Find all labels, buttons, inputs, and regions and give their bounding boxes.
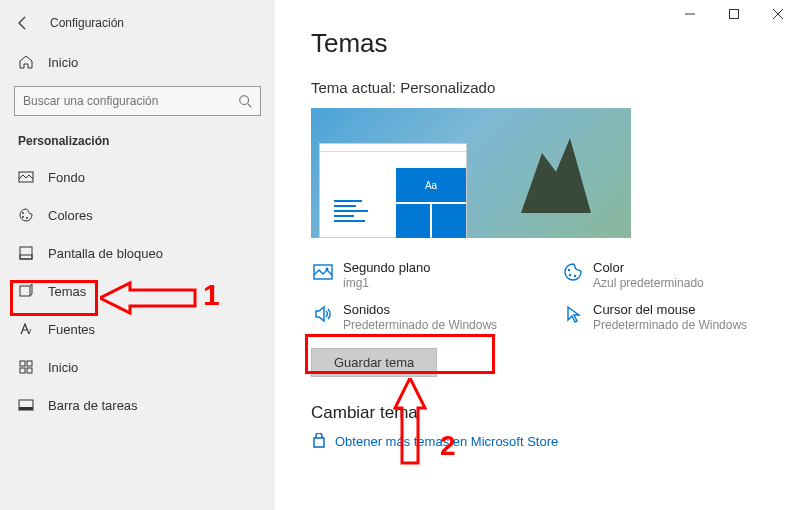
svg-rect-10 xyxy=(20,368,25,373)
search-icon xyxy=(238,94,252,108)
nav-label: Barra de tareas xyxy=(48,398,138,413)
window-controls xyxy=(668,0,800,28)
svg-point-16 xyxy=(326,268,329,271)
sidebar-item-bloqueo[interactable]: Pantalla de bloqueo xyxy=(0,234,275,272)
svg-rect-13 xyxy=(19,407,33,410)
theme-settings-grid: Segundo plano img1 Color Azul predetermi… xyxy=(311,258,771,334)
svg-rect-11 xyxy=(27,368,32,373)
section-title: Personalización xyxy=(0,130,275,158)
theme-item-label: Cursor del mouse xyxy=(593,302,747,317)
svg-point-2 xyxy=(22,212,24,214)
home-icon xyxy=(18,54,34,70)
svg-point-4 xyxy=(26,217,28,219)
home-link[interactable]: Inicio xyxy=(0,44,275,80)
taskbar-icon xyxy=(18,397,34,413)
save-theme-button[interactable]: Guardar tema xyxy=(311,348,437,377)
theme-background[interactable]: Segundo plano img1 xyxy=(311,258,521,292)
back-button[interactable] xyxy=(14,14,32,32)
theme-cursor[interactable]: Cursor del mouse Predeterminado de Windo… xyxy=(561,300,771,334)
home-label: Inicio xyxy=(48,55,78,70)
svg-point-19 xyxy=(574,275,576,277)
sidebar-item-inicio[interactable]: Inicio xyxy=(0,348,275,386)
svg-point-3 xyxy=(22,216,24,218)
sidebar-header: Configuración xyxy=(0,8,275,44)
svg-rect-9 xyxy=(27,361,32,366)
palette-icon xyxy=(18,207,34,223)
sidebar-item-barra[interactable]: Barra de tareas xyxy=(0,386,275,424)
svg-rect-5 xyxy=(20,247,32,259)
close-button[interactable] xyxy=(756,0,800,28)
main-content: Temas Tema actual: Personalizado Aa Segu… xyxy=(275,0,800,510)
nav-label: Colores xyxy=(48,208,93,223)
svg-point-17 xyxy=(568,269,570,271)
cursor-icon xyxy=(563,304,583,324)
change-theme-title: Cambiar tema xyxy=(311,403,764,423)
minimize-button[interactable] xyxy=(668,0,712,28)
page-title: Temas xyxy=(311,28,764,59)
theme-item-label: Sonidos xyxy=(343,302,497,317)
image-icon xyxy=(18,169,34,185)
start-icon xyxy=(18,359,34,375)
maximize-button[interactable] xyxy=(712,0,756,28)
theme-color[interactable]: Color Azul predeterminado xyxy=(561,258,771,292)
store-icon xyxy=(311,433,327,449)
nav-label: Pantalla de bloqueo xyxy=(48,246,163,261)
lockscreen-icon xyxy=(18,245,34,261)
sidebar: Configuración Inicio Personalización Fon… xyxy=(0,0,275,510)
current-theme-label: Tema actual: Personalizado xyxy=(311,79,764,96)
sidebar-item-temas[interactable]: Temas xyxy=(0,272,275,310)
svg-rect-14 xyxy=(730,10,739,19)
image-icon xyxy=(313,262,333,282)
palette-icon xyxy=(563,262,583,282)
search-box[interactable] xyxy=(14,86,261,116)
theme-item-label: Color xyxy=(593,260,704,275)
nav-label: Inicio xyxy=(48,360,78,375)
store-link[interactable]: Obtener más temas en Microsoft Store xyxy=(311,433,764,449)
theme-item-label: Segundo plano xyxy=(343,260,430,275)
theme-item-value: Predeterminado de Windows xyxy=(593,318,747,332)
app-title: Configuración xyxy=(50,16,124,30)
store-link-label: Obtener más temas en Microsoft Store xyxy=(335,434,558,449)
back-arrow-icon xyxy=(15,15,31,31)
theme-item-value: img1 xyxy=(343,276,430,290)
svg-rect-7 xyxy=(20,286,30,296)
sidebar-item-fuentes[interactable]: Fuentes xyxy=(0,310,275,348)
nav-label: Fuentes xyxy=(48,322,95,337)
preview-tile-aa: Aa xyxy=(396,168,466,202)
search-input[interactable] xyxy=(23,94,238,108)
sound-icon xyxy=(313,304,333,324)
nav-label: Fondo xyxy=(48,170,85,185)
svg-point-0 xyxy=(240,96,249,105)
font-icon xyxy=(18,321,34,337)
nav-label: Temas xyxy=(48,284,86,299)
sidebar-item-colores[interactable]: Colores xyxy=(0,196,275,234)
theme-icon xyxy=(18,283,34,299)
svg-rect-6 xyxy=(20,255,32,259)
svg-point-18 xyxy=(569,274,571,276)
svg-rect-8 xyxy=(20,361,25,366)
sidebar-item-fondo[interactable]: Fondo xyxy=(0,158,275,196)
theme-preview: Aa xyxy=(311,108,631,238)
theme-sounds[interactable]: Sonidos Predeterminado de Windows xyxy=(311,300,521,334)
theme-item-value: Azul predeterminado xyxy=(593,276,704,290)
theme-item-value: Predeterminado de Windows xyxy=(343,318,497,332)
